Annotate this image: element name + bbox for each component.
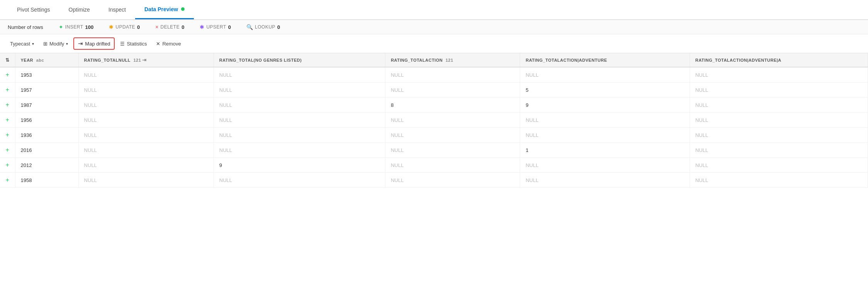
update-label: UPDATE bbox=[115, 24, 135, 30]
table-row: +1987NULLNULL89NULL bbox=[0, 98, 868, 113]
cell-rating-totalaction-adventure-a: NULL bbox=[690, 67, 868, 83]
modify-chevron-icon: ▾ bbox=[66, 42, 68, 46]
data-table: ⇅ YEAR abc RATING_TOTALNULL 121 ⇥ bbox=[0, 53, 868, 188]
insert-value: 100 bbox=[85, 24, 94, 30]
cell-rating-totalaction-adventure: NULL bbox=[520, 128, 690, 143]
cell-rating-totalnull: NULL bbox=[78, 98, 214, 113]
cell-rating-totalaction: NULL bbox=[385, 128, 520, 143]
cell-rating-totalnull: NULL bbox=[78, 173, 214, 188]
delete-label: DELETE bbox=[160, 24, 180, 30]
cell-rating-totalaction-adventure: NULL bbox=[520, 113, 690, 128]
cell-rating-no-genres: NULL bbox=[214, 128, 385, 143]
cell-rating-totalaction-adventure: NULL bbox=[520, 173, 690, 188]
update-stat: ✱ UPDATE 0 bbox=[109, 24, 140, 30]
statistics-button[interactable]: ☰ Statistics bbox=[116, 39, 151, 49]
data-preview-dot bbox=[181, 7, 185, 11]
cell-year: 1958 bbox=[15, 173, 78, 188]
row-expand-btn[interactable]: + bbox=[0, 67, 15, 83]
delete-icon: × bbox=[155, 24, 158, 30]
cell-rating-totalaction-adventure-a: NULL bbox=[690, 173, 868, 188]
row-expand-btn[interactable]: + bbox=[0, 143, 15, 158]
typecast-label: Typecast bbox=[10, 41, 30, 47]
lookup-value: 0 bbox=[277, 24, 280, 30]
cell-rating-totalaction-adventure: 9 bbox=[520, 98, 690, 113]
map-drifted-label: Map drifted bbox=[85, 41, 110, 47]
update-value: 0 bbox=[137, 24, 140, 30]
drifted-icon-rating-totalnull[interactable]: ⇥ bbox=[142, 57, 147, 63]
row-expand-btn[interactable]: + bbox=[0, 158, 15, 173]
data-table-container: ⇅ YEAR abc RATING_TOTALNULL 121 ⇥ bbox=[0, 53, 868, 285]
cell-rating-totalnull: NULL bbox=[78, 67, 214, 83]
row-count-bar: Number of rows ✦ INSERT 100 ✱ UPDATE 0 ×… bbox=[0, 20, 868, 34]
cell-rating-totalaction: NULL bbox=[385, 113, 520, 128]
row-expand-btn[interactable]: + bbox=[0, 113, 15, 128]
cell-rating-totalnull: NULL bbox=[78, 143, 214, 158]
cell-rating-no-genres: NULL bbox=[214, 83, 385, 98]
cell-rating-totalaction: NULL bbox=[385, 67, 520, 83]
table-row: +1953NULLNULLNULLNULLNULL bbox=[0, 67, 868, 83]
cell-rating-totalaction-adventure: 1 bbox=[520, 143, 690, 158]
table-row: +1957NULLNULLNULL5NULL bbox=[0, 83, 868, 98]
upsert-icon: ✱ bbox=[200, 24, 204, 30]
row-expand-btn[interactable]: + bbox=[0, 128, 15, 143]
row-expand-btn[interactable]: + bbox=[0, 173, 15, 188]
modify-label: Modify bbox=[49, 41, 64, 47]
update-icon: ✱ bbox=[109, 24, 114, 30]
row-expand-btn[interactable]: + bbox=[0, 83, 15, 98]
lookup-stat: 🔍 LOOKUP 0 bbox=[246, 24, 280, 30]
cell-rating-totalaction-adventure-a: NULL bbox=[690, 158, 868, 173]
cell-rating-totalnull: NULL bbox=[78, 158, 214, 173]
tab-inspect[interactable]: Inspect bbox=[99, 0, 135, 19]
upsert-value: 0 bbox=[228, 24, 231, 30]
cell-rating-totalaction-adventure-a: NULL bbox=[690, 98, 868, 113]
row-count-label: Number of rows bbox=[8, 24, 43, 30]
typecast-button[interactable]: Typecast ▾ bbox=[6, 39, 38, 49]
cell-rating-no-genres: NULL bbox=[214, 67, 385, 83]
upsert-stat: ✱ UPSERT 0 bbox=[200, 24, 231, 30]
table-header-row: ⇅ YEAR abc RATING_TOTALNULL 121 ⇥ bbox=[0, 53, 868, 67]
toolbar: Typecast ▾ ⊞ Modify ▾ ⇥ Map drifted ☰ St… bbox=[0, 34, 868, 53]
modify-icon: ⊞ bbox=[43, 41, 47, 47]
statistics-label: Statistics bbox=[127, 41, 147, 47]
cell-rating-totalaction-adventure: 5 bbox=[520, 83, 690, 98]
insert-label: INSERT bbox=[65, 24, 83, 30]
table-row: +1936NULLNULLNULLNULLNULL bbox=[0, 128, 868, 143]
cell-year: 1956 bbox=[15, 113, 78, 128]
modify-button[interactable]: ⊞ Modify ▾ bbox=[39, 39, 72, 49]
cell-rating-no-genres: NULL bbox=[214, 98, 385, 113]
upsert-label: UPSERT bbox=[206, 24, 226, 30]
cell-rating-totalnull: NULL bbox=[78, 113, 214, 128]
cell-rating-totalaction-adventure-a: NULL bbox=[690, 143, 868, 158]
cell-rating-totalaction: NULL bbox=[385, 83, 520, 98]
cell-year: 1957 bbox=[15, 83, 78, 98]
table-row: +1958NULLNULLNULLNULLNULL bbox=[0, 173, 868, 188]
cell-rating-no-genres: 9 bbox=[214, 158, 385, 173]
tab-optimize[interactable]: Optimize bbox=[59, 0, 99, 19]
cell-rating-totalaction-adventure-a: NULL bbox=[690, 83, 868, 98]
tab-data-preview[interactable]: Data Preview bbox=[135, 0, 194, 19]
sort-arrows-icon: ⇅ bbox=[5, 57, 10, 63]
cell-rating-totalaction: NULL bbox=[385, 158, 520, 173]
insert-icon: ✦ bbox=[59, 24, 63, 30]
cell-year: 1987 bbox=[15, 98, 78, 113]
cell-rating-no-genres: NULL bbox=[214, 113, 385, 128]
statistics-icon: ☰ bbox=[120, 41, 125, 47]
cell-rating-totalaction-adventure: NULL bbox=[520, 158, 690, 173]
row-expand-btn[interactable]: + bbox=[0, 98, 15, 113]
col-header-rating-totalaction-adventure-a: RATING_TOTALACTION|ADVENTURE|A bbox=[690, 53, 868, 67]
cell-rating-no-genres: NULL bbox=[214, 173, 385, 188]
cell-year: 2012 bbox=[15, 158, 78, 173]
cell-rating-totalaction-adventure: NULL bbox=[520, 67, 690, 83]
cell-year: 1953 bbox=[15, 67, 78, 83]
delete-stat: × DELETE 0 bbox=[155, 24, 184, 30]
map-drifted-button[interactable]: ⇥ Map drifted bbox=[73, 37, 115, 50]
cell-rating-totalnull: NULL bbox=[78, 83, 214, 98]
year-type-badge: abc bbox=[36, 58, 44, 62]
lookup-icon: 🔍 bbox=[246, 24, 253, 30]
table-row: +2016NULLNULLNULL1NULL bbox=[0, 143, 868, 158]
cell-rating-totalaction: NULL bbox=[385, 143, 520, 158]
remove-button[interactable]: ✕ Remove bbox=[152, 39, 185, 49]
table-row: +2012NULL9NULLNULLNULL bbox=[0, 158, 868, 173]
remove-icon: ✕ bbox=[156, 41, 160, 47]
tab-pivot-settings[interactable]: Pivot Settings bbox=[8, 0, 59, 19]
